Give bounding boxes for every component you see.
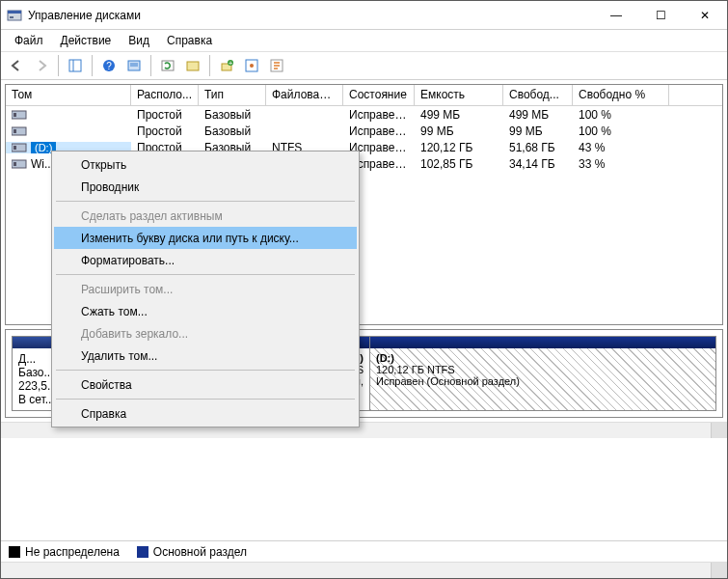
window-title: Управление дисками xyxy=(28,9,594,22)
col-free-pct[interactable]: Свободно % xyxy=(573,85,669,105)
close-button[interactable]: ✕ xyxy=(683,1,727,30)
col-type[interactable]: Тип xyxy=(199,85,266,105)
minimize-button[interactable]: — xyxy=(594,1,638,30)
titlebar: Управление дисками — ☐ ✕ xyxy=(1,1,727,30)
ctx-properties[interactable]: Свойства xyxy=(54,373,357,396)
show-hide-tree-button[interactable] xyxy=(64,54,87,77)
volume-row[interactable]: Простой Базовый Исправен... 99 МБ 99 МБ … xyxy=(6,123,722,139)
back-button[interactable] xyxy=(5,54,28,77)
volume-icon xyxy=(12,109,27,121)
ctx-make-active: Сделать раздел активным xyxy=(54,205,357,227)
col-layout[interactable]: Располо... xyxy=(131,85,199,105)
ctx-extend: Расширить том... xyxy=(54,278,357,300)
help-button[interactable]: ? xyxy=(97,54,121,77)
col-filesystem[interactable]: Файловая с... xyxy=(266,85,343,105)
volume-icon xyxy=(12,125,27,137)
swatch-primary-icon xyxy=(137,546,148,558)
menu-help[interactable]: Справка xyxy=(159,32,220,49)
svg-rect-19 xyxy=(13,113,16,117)
maximize-button[interactable]: ☐ xyxy=(638,1,683,30)
col-volume[interactable]: Том xyxy=(6,85,131,105)
svg-rect-3 xyxy=(69,60,81,71)
svg-rect-2 xyxy=(10,16,13,18)
svg-rect-11 xyxy=(187,62,199,70)
ctx-shrink[interactable]: Сжать том... xyxy=(54,300,357,322)
svg-point-16 xyxy=(250,64,254,68)
attach-vhd-button[interactable]: + xyxy=(215,54,238,77)
svg-rect-25 xyxy=(13,162,16,166)
ctx-open[interactable]: Открыть xyxy=(54,153,357,176)
svg-rect-1 xyxy=(8,11,21,14)
rescan-button[interactable] xyxy=(181,54,204,77)
ctx-change-letter[interactable]: Изменить букву диска или путь к диску... xyxy=(54,227,357,249)
col-capacity[interactable]: Емкость xyxy=(415,85,503,105)
ctx-help[interactable]: Справка xyxy=(54,402,357,425)
disk-management-window: Управление дисками — ☐ ✕ Файл Действие В… xyxy=(0,0,728,579)
partition-status: Исправен (Основной раздел) xyxy=(376,375,710,387)
svg-text:+: + xyxy=(229,59,233,68)
svg-text:?: ? xyxy=(106,61,112,71)
legend-unallocated: Не распределена xyxy=(9,545,120,559)
context-menu: Открыть Проводник Сделать раздел активны… xyxy=(51,151,360,427)
svg-rect-21 xyxy=(13,129,16,133)
menu-file[interactable]: Файл xyxy=(7,32,51,49)
app-icon xyxy=(7,8,22,23)
partition-title: (D:) xyxy=(376,352,710,364)
refresh-button[interactable] xyxy=(156,54,179,77)
volume-icon xyxy=(12,142,27,153)
legend-bar: Не распределена Основной раздел xyxy=(1,540,727,562)
svg-rect-23 xyxy=(13,146,16,150)
window-scrollbar[interactable] xyxy=(1,562,727,578)
ctx-mirror: Добавить зеркало... xyxy=(54,322,357,345)
swatch-unallocated-icon xyxy=(9,546,20,558)
volume-icon xyxy=(12,158,27,170)
ctx-format[interactable]: Форматировать... xyxy=(54,249,357,271)
properties-button[interactable] xyxy=(265,54,288,77)
col-status[interactable]: Состояние xyxy=(343,85,415,105)
settings-button[interactable] xyxy=(240,54,263,77)
ctx-delete[interactable]: Удалить том... xyxy=(54,345,357,367)
legend-primary: Основной раздел xyxy=(137,545,247,559)
partition-d-selected[interactable]: (D:) 120,12 ГБ NTFS Исправен (Основной р… xyxy=(370,336,716,411)
volume-row[interactable]: Простой Базовый Исправен... 499 МБ 499 М… xyxy=(6,106,722,123)
action-list-button[interactable] xyxy=(122,54,146,77)
menubar: Файл Действие Вид Справка xyxy=(1,30,727,51)
ctx-explorer[interactable]: Проводник xyxy=(54,176,357,198)
toolbar: ? + xyxy=(1,51,727,80)
partition-size: 120,12 ГБ NTFS xyxy=(376,364,710,375)
empty-area xyxy=(1,438,727,540)
volume-list-header: Том Располо... Тип Файловая с... Состоян… xyxy=(6,85,722,106)
menu-view[interactable]: Вид xyxy=(121,32,157,49)
menu-action[interactable]: Действие xyxy=(53,32,120,49)
forward-button[interactable] xyxy=(30,54,53,77)
col-free[interactable]: Свобод... xyxy=(503,85,573,105)
